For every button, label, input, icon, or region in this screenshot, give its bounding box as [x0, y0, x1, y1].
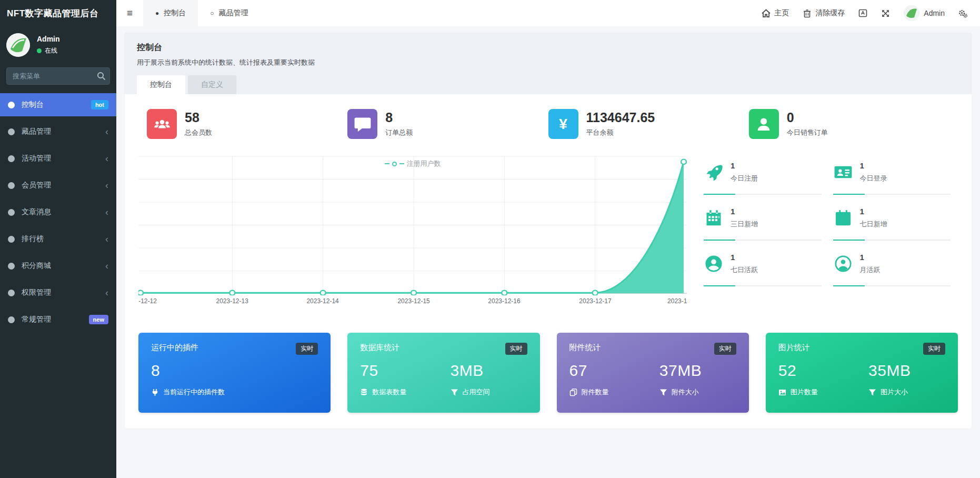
sidebar-item-general[interactable]: 常规管理 new: [0, 308, 116, 331]
realtime-badge: 实时: [923, 343, 945, 355]
card-size: 3MB: [451, 362, 484, 380]
settings-gears-icon[interactable]: [958, 9, 967, 18]
circle-bullet-icon: [8, 209, 15, 216]
stat-value: 58: [185, 111, 212, 125]
chevron-left-icon: ‹: [105, 234, 108, 244]
card-size-caption: 占用空间: [451, 387, 490, 397]
tab-custom[interactable]: 自定义: [188, 75, 236, 94]
card-size: 37MB: [659, 362, 702, 380]
circle-bullet-icon: [8, 236, 15, 243]
sidebar-item-permissions[interactable]: 权限管理 ‹: [0, 281, 116, 304]
mini-stat-seven-day-active: 1 七日活跃: [704, 250, 822, 286]
image-icon: [778, 389, 786, 396]
filled-dot-icon: ●: [155, 10, 159, 16]
user-menu[interactable]: Admin: [904, 5, 945, 21]
brand-title: NFT数字藏品管理后台: [0, 0, 116, 26]
sidebar-item-articles[interactable]: 文章消息 ‹: [0, 201, 116, 224]
x-axis-labels: 2023-12-12 2023-12-13 2023-12-14 2023-12…: [138, 295, 687, 307]
filter-icon: [868, 389, 876, 396]
card-title: 图片统计: [778, 343, 810, 353]
mini-stat-label: 月活跃: [860, 265, 881, 275]
mini-stat-value: 1: [860, 161, 887, 170]
sidebar-item-collections[interactable]: 藏品管理 ‹: [0, 120, 116, 143]
home-link[interactable]: 主页: [762, 8, 789, 18]
realtime-badge: 实时: [296, 343, 318, 355]
user-status: 在线: [37, 46, 60, 55]
stat-label: 总会员数: [185, 128, 212, 137]
sidebar-item-points-mall[interactable]: 积分商城 ‹: [0, 254, 116, 277]
chevron-left-icon: ‹: [105, 261, 108, 271]
stat-today-sales: 0 今日销售订单: [749, 109, 949, 139]
user-circle-outline-icon: [834, 255, 852, 273]
sidebar-search: [6, 67, 110, 85]
search-icon[interactable]: [97, 72, 106, 81]
user-name: Admin: [924, 9, 945, 17]
calendar-icon: [705, 209, 723, 227]
stat-value: 1134647.65: [586, 111, 655, 125]
mini-stat-seven-day-new: 1 七日新增: [833, 204, 951, 241]
mini-stat-value: 1: [731, 253, 758, 262]
page-title: 控制台: [137, 42, 959, 53]
card-count-caption: 附件数量: [569, 387, 659, 397]
navbar-tab-collections[interactable]: ○ 藏品管理: [198, 0, 260, 26]
chevron-left-icon: ‹: [105, 288, 108, 297]
stats-row: 58 总会员数 8 订单总额 ¥: [132, 109, 964, 139]
navbar-right: 主页 清除缓存 Admin: [762, 5, 980, 21]
page-subtitle: 用于展示当前系统中的统计数据、统计报表及重要实时数据: [137, 58, 959, 67]
middle-row: 注册用户数 20: [132, 156, 964, 314]
card-count: 8: [151, 362, 241, 380]
stat-label: 平台余额: [586, 128, 655, 137]
stat-value: 0: [787, 111, 828, 125]
sidebar-item-activities[interactable]: 活动管理 ‹: [0, 147, 116, 170]
card-database-stats: 数据库统计 实时 75 3MB 数据表数量: [347, 333, 539, 413]
language-icon[interactable]: [858, 9, 867, 18]
circle-bullet-icon: [8, 128, 15, 135]
stat-label: 订单总额: [385, 128, 413, 137]
navbar-tab-dashboard[interactable]: ● 控制台: [143, 0, 198, 26]
trash-icon: [803, 9, 812, 18]
filter-icon: [659, 389, 667, 396]
user-panel: Admin 在线: [0, 26, 116, 62]
card-attachment-stats: 附件统计 实时 67 37MB 附件数量: [557, 333, 749, 413]
card-image-stats: 图片统计 实时 52 35MB 图片数量: [766, 333, 958, 413]
sidebar-item-ranking[interactable]: 排行榜 ‹: [0, 227, 116, 251]
summary-cards-row: 运行中的插件 实时 8 当前运行中的插件数: [132, 333, 964, 413]
card-title: 附件统计: [569, 343, 601, 353]
circle-bullet-icon: [8, 290, 15, 296]
avatar: [904, 5, 919, 21]
top-navbar: ≡ ● 控制台 ○ 藏品管理 主页 清除缓存: [116, 0, 980, 26]
circle-bullet-icon: [8, 263, 15, 270]
fullscreen-icon[interactable]: [881, 9, 890, 18]
circle-bullet-icon: [8, 182, 15, 189]
online-dot-icon: [37, 48, 42, 53]
circle-bullet-icon: [8, 316, 15, 323]
chevron-left-icon: ‹: [105, 154, 108, 163]
card-title: 运行中的插件: [151, 343, 198, 353]
realtime-badge: 实时: [714, 343, 736, 355]
mini-stat-label: 今日登录: [860, 174, 887, 183]
user-name: Admin: [37, 35, 60, 43]
card-count: 52: [778, 362, 868, 380]
new-badge: new: [89, 315, 108, 324]
user-circle-icon: [705, 255, 723, 273]
card-size-caption: 附件大小: [659, 387, 699, 397]
copy-icon: [569, 389, 577, 396]
mini-stat-today-login: 1 今日登录: [833, 158, 951, 195]
mini-stat-value: 1: [731, 161, 758, 170]
clear-cache-link[interactable]: 清除缓存: [803, 8, 845, 18]
realtime-badge: 实时: [505, 343, 527, 355]
sidebar-item-dashboard[interactable]: 控制台 hot: [0, 93, 116, 116]
stat-platform-balance: ¥ 1134647.65 平台余额: [548, 109, 749, 139]
chevron-left-icon: ‹: [105, 181, 108, 190]
user-icon: [749, 109, 779, 139]
comment-icon: [347, 109, 377, 139]
search-input[interactable]: [6, 67, 110, 85]
tab-dashboard[interactable]: 控制台: [137, 75, 185, 94]
hamburger-icon[interactable]: ≡: [116, 7, 143, 19]
main-content: 控制台 用于展示当前系统中的统计数据、统计报表及重要实时数据 控制台 自定义 5…: [116, 26, 980, 478]
home-icon: [762, 9, 771, 18]
mini-stat-label: 七日新增: [860, 220, 887, 229]
stat-label: 今日销售订单: [787, 128, 828, 137]
stat-total-members: 58 总会员数: [147, 109, 347, 139]
sidebar-item-members[interactable]: 会员管理 ‹: [0, 174, 116, 197]
